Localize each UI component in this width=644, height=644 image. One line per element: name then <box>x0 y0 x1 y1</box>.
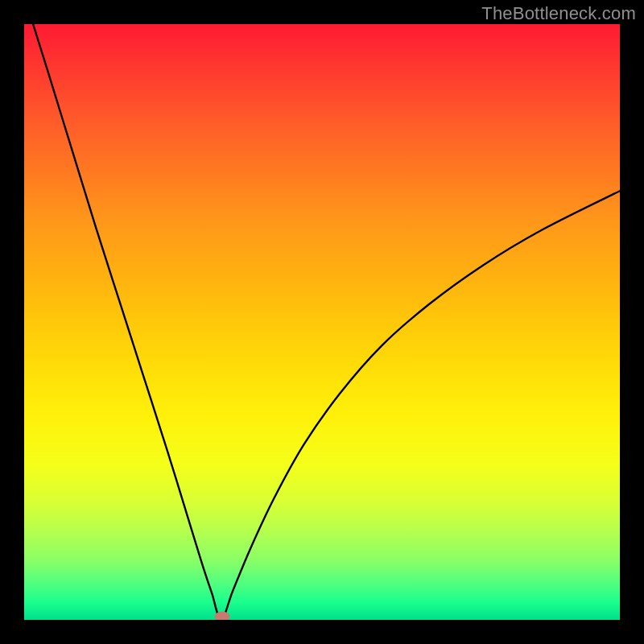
chart-frame: TheBottleneck.com <box>0 0 644 644</box>
bottleneck-curve <box>24 24 620 620</box>
minimum-marker <box>214 611 229 620</box>
watermark-text: TheBottleneck.com <box>481 3 636 24</box>
plot-area <box>24 24 620 620</box>
